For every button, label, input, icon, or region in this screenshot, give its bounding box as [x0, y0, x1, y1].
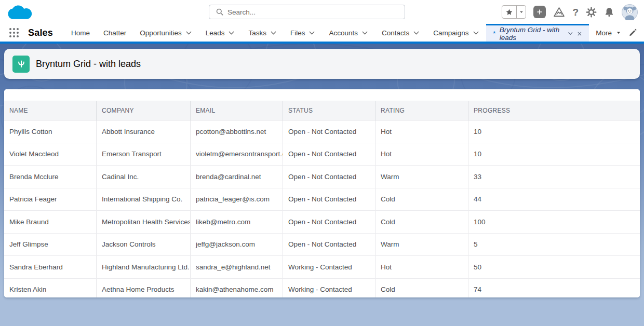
nav-item-accounts[interactable]: Accounts	[322, 24, 375, 42]
global-search[interactable]	[209, 5, 405, 19]
global-actions-button[interactable]	[533, 6, 546, 18]
nav-item-chatter[interactable]: Chatter	[97, 24, 133, 42]
nav-item-label: Opportunities	[140, 29, 181, 37]
grid-body: Phyllis Cotton Abbott Insurance pcotton@…	[4, 120, 640, 297]
column-header-email[interactable]: EMAIL	[191, 101, 283, 120]
caret-down-icon	[616, 30, 621, 35]
nav-item-opportunities[interactable]: Opportunities	[133, 24, 198, 42]
column-header-progress[interactable]: PROGRESS	[468, 101, 640, 120]
nav-item-contacts[interactable]: Contacts	[375, 24, 426, 42]
search-input[interactable]	[227, 8, 400, 16]
setup-gear-button[interactable]	[586, 7, 597, 18]
tab-bryntum-grid-with-leads[interactable]: * Bryntum Grid - with leads	[486, 24, 589, 42]
column-header-company[interactable]: COMPANY	[97, 101, 191, 120]
edit-navigation-button[interactable]	[628, 29, 637, 37]
table-row[interactable]: Mike Braund Metropolitan Health Services…	[4, 211, 640, 234]
chevron-down-icon[interactable]	[568, 30, 573, 37]
cell-company: Abbott Insurance	[97, 120, 191, 143]
app-name: Sales	[28, 28, 53, 38]
column-header-rating[interactable]: RATING	[375, 101, 468, 120]
cell-name: Brenda Mcclure	[4, 166, 97, 188]
cell-status: Working - Contacted	[283, 279, 375, 298]
cell-email: likeb@metro.com	[191, 211, 283, 233]
cell-status: Open - Not Contacted	[283, 234, 375, 256]
nav-more-button[interactable]: More	[589, 24, 628, 42]
cell-company: Jackson Controls	[97, 234, 191, 256]
cell-company: International Shipping Co.	[97, 188, 191, 211]
cell-status: Open - Not Contacted	[283, 166, 375, 188]
chevron-down-icon[interactable]	[361, 30, 368, 36]
nav-item-files[interactable]: Files	[284, 24, 323, 42]
app-navigation-bar: Sales Home Chatter Opportunities Leads T…	[0, 24, 644, 44]
chevron-down-icon[interactable]	[413, 30, 420, 36]
cell-company: Emerson Transport	[97, 143, 191, 166]
plus-icon	[535, 8, 544, 16]
cell-email: patricia_feager@is.com	[191, 188, 283, 211]
table-row[interactable]: Jeff Glimpse Jackson Controls jeffg@jack…	[4, 234, 640, 256]
close-tab-icon[interactable]	[577, 31, 582, 37]
cell-name: Violet Maccleod	[4, 143, 97, 166]
pencil-icon	[628, 29, 637, 37]
user-avatar[interactable]	[622, 4, 638, 20]
page-header-card: Bryntum Grid - with leads	[4, 49, 640, 79]
table-row[interactable]: Patricia Feager International Shipping C…	[4, 188, 640, 211]
column-header-status[interactable]: STATUS	[283, 101, 375, 120]
help-button[interactable]: ?	[572, 7, 579, 17]
table-row[interactable]: Brenda Mcclure Cadinal Inc. brenda@cardi…	[4, 166, 640, 188]
cell-progress: 74	[468, 279, 640, 298]
cell-status: Open - Not Contacted	[283, 143, 375, 166]
nav-item-campaigns[interactable]: Campaigns	[426, 24, 486, 42]
nav-item-label: Chatter	[103, 29, 126, 37]
cell-rating: Hot	[375, 120, 468, 143]
nav-item-home[interactable]: Home	[64, 24, 97, 42]
cell-name: Mike Braund	[4, 211, 97, 233]
cell-progress: 44	[468, 188, 640, 211]
cell-status: Open - Not Contacted	[283, 211, 375, 233]
chevron-down-icon[interactable]	[185, 30, 192, 36]
cell-rating: Cold	[375, 211, 468, 233]
leads-grid: NAME COMPANY EMAIL STATUS RATING PROGRES…	[4, 89, 640, 297]
grid-header-row: NAME COMPANY EMAIL STATUS RATING PROGRES…	[4, 101, 640, 120]
cell-progress: 10	[468, 120, 640, 143]
cell-name: Phyllis Cotton	[4, 120, 97, 143]
nav-tabs: Home Chatter Opportunities Leads Tasks F…	[64, 24, 486, 42]
nav-item-leads[interactable]: Leads	[199, 24, 242, 42]
trident-glyph-icon	[16, 59, 26, 69]
chevron-down-icon[interactable]	[473, 30, 479, 36]
cell-company: Highland Manufacturing Ltd.	[97, 256, 191, 278]
page-title: Bryntum Grid - with leads	[36, 59, 141, 70]
nav-item-label: Tasks	[248, 29, 266, 37]
notifications-bell-button[interactable]	[604, 7, 614, 17]
chevron-down-icon[interactable]	[228, 30, 235, 36]
more-label: More	[596, 29, 612, 37]
favorites-star-icon[interactable]	[502, 6, 516, 18]
table-row[interactable]: Sandra Eberhard Highland Manufacturing L…	[4, 256, 640, 279]
guidance-center-button[interactable]	[553, 6, 565, 18]
cell-email: violetm@emersontransport.co	[191, 143, 283, 166]
cell-company: Aethna Home Products	[97, 279, 191, 298]
chevron-down-icon[interactable]	[270, 30, 277, 36]
active-tab-label: Bryntum Grid - with leads	[500, 26, 564, 42]
column-header-name[interactable]: NAME	[4, 101, 97, 120]
unsaved-marker: *	[493, 30, 495, 37]
nav-item-tasks[interactable]: Tasks	[242, 24, 284, 42]
table-row[interactable]: Violet Maccleod Emerson Transport violet…	[4, 143, 640, 166]
nav-item-label: Accounts	[329, 29, 358, 37]
favorites-caret-icon[interactable]	[517, 6, 526, 18]
app-launcher-button[interactable]	[9, 28, 19, 37]
favorites-split-button[interactable]	[502, 5, 526, 19]
chevron-down-icon[interactable]	[308, 30, 315, 36]
table-row[interactable]: Phyllis Cotton Abbott Insurance pcotton@…	[4, 120, 640, 143]
mountain-icon	[553, 6, 565, 18]
cell-rating: Cold	[375, 188, 468, 211]
cell-email: pcotton@abbottins.net	[191, 120, 283, 143]
cell-rating: Hot	[375, 256, 468, 278]
table-row[interactable]: Kristen Akin Aethna Home Products kakin@…	[4, 279, 640, 298]
cell-status: Open - Not Contacted	[283, 188, 375, 211]
salesforce-logo-icon[interactable]	[6, 2, 35, 23]
grid-toolbar-spacer	[4, 89, 640, 101]
nav-item-label: Leads	[206, 29, 225, 37]
cell-status: Open - Not Contacted	[283, 120, 375, 143]
cell-progress: 33	[468, 166, 640, 188]
cell-company: Metropolitan Health Services	[97, 211, 191, 233]
